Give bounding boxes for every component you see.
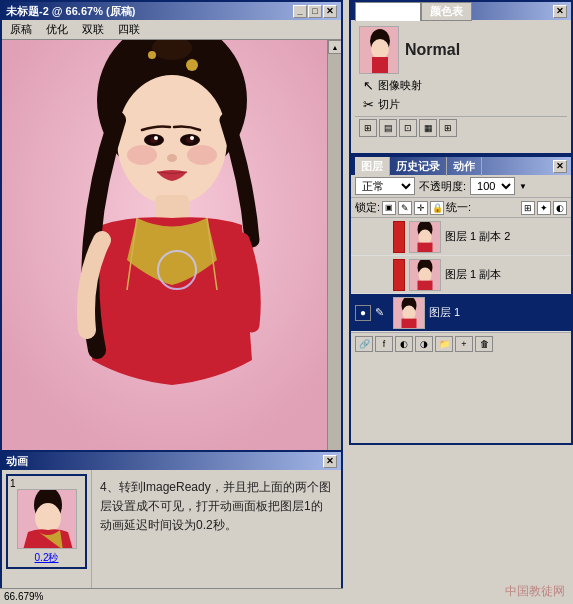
tool-btn-3[interactable]: ⊡ [399,119,417,137]
layer-delete-btn[interactable]: 🗑 [475,336,493,352]
layer-style-btn[interactable]: f [375,336,393,352]
menu-yuangao[interactable]: 原稿 [4,21,38,38]
frame-delay[interactable]: 0.2秒 [35,551,59,565]
lock-position-btn[interactable]: ✛ [414,201,428,215]
thumb-svg-copy2 [410,221,440,253]
anim-frames-area: 1 0.2秒 [2,470,92,602]
svg-point-31 [402,305,415,320]
layer-folder-btn[interactable]: 📁 [435,336,453,352]
layers-titlebar-buttons: ✕ [553,160,567,173]
titlebar-buttons: _ □ ✕ [293,5,337,18]
svg-point-16 [148,51,156,59]
tool-btn-2[interactable]: ▤ [379,119,397,137]
thumb-svg-base [394,297,424,329]
layer-link-btn[interactable]: 🔗 [355,336,373,352]
anim-titlebar-buttons: ✕ [323,455,337,468]
maximize-button[interactable]: □ [308,5,322,18]
web-tool-image-map[interactable]: ↖ 图像映射 [355,76,567,95]
layer-thumb-copy2 [409,221,441,253]
svg-point-14 [187,145,217,165]
lock-all-btn[interactable]: 🔒 [430,201,444,215]
anim-instruction-text: 4、转到ImageReady，并且把上面的两个图层设置成不可见，打开动画面板把图… [92,470,341,602]
anim-title: 动画 [6,454,28,469]
mask-btn[interactable]: ◐ [553,201,567,215]
layer-item-copy1[interactable]: 图层 1 副本 [351,256,571,294]
scroll-up-btn[interactable]: ▲ [328,40,341,54]
blend-mode-select[interactable]: 正常 [355,177,415,195]
layer-item-copy2[interactable]: 图层 1 副本 2 [351,218,571,256]
tool-btn-1[interactable]: ⊞ [359,119,377,137]
canvas-scrollbar-v[interactable]: ▲ ▼ [327,40,341,468]
menu-shuanglian[interactable]: 双联 [76,21,110,38]
svg-point-27 [418,267,431,282]
layers-controls: 正常 不透明度: 100% ▼ [351,175,571,198]
lock-pixels-btn[interactable]: ✎ [398,201,412,215]
anim-frame-1[interactable]: 1 0.2秒 [6,474,87,569]
web-tools-row: ⊞ ▤ ⊡ ▦ ⊞ [355,116,567,139]
main-titlebar: 未标题-2 @ 66.67% (原稿) _ □ ✕ [2,2,341,20]
web-content-panel: Web 内容 颜色表 ✕ Normal ↖ 图像映射 ✂ 切片 [349,0,573,155]
tab-actions[interactable]: 动作 [447,157,482,176]
svg-point-13 [127,145,157,165]
frame-thumb [17,489,77,549]
svg-point-4 [117,75,227,205]
layer-redbox-copy2 [393,221,405,253]
svg-point-35 [35,503,61,533]
tool-btn-5[interactable]: ⊞ [439,119,457,137]
web-tool-slice[interactable]: ✂ 切片 [355,95,567,114]
thumbnail-svg [360,27,399,74]
link-btn[interactable]: ⊞ [521,201,535,215]
layer-new-btn[interactable]: + [455,336,473,352]
tab-history[interactable]: 历史记录 [390,157,447,176]
layers-tabs: 图层 历史记录 动作 [355,157,482,176]
svg-point-15 [186,59,198,71]
layer-thumb-base [393,297,425,329]
layer-redbox-copy1 [393,259,405,291]
svg-point-11 [190,136,194,140]
lock-transparent-btn[interactable]: ▣ [382,201,396,215]
anim-close-btn[interactable]: ✕ [323,455,337,468]
cursor-icon: ↖ [363,78,374,93]
close-button[interactable]: ✕ [323,5,337,18]
layer-name-copy2: 图层 1 副本 2 [445,229,567,244]
frame-number: 1 [10,478,16,489]
normal-label: Normal [405,41,460,59]
tab-web-content[interactable]: Web 内容 [355,2,421,21]
web-panel-buttons: ✕ [553,5,567,18]
web-thumbnail [359,26,399,74]
layers-bottom-toolbar: 🔗 f ◐ ◑ 📁 + 🗑 [351,332,571,354]
svg-point-10 [154,136,158,140]
layers-close-btn[interactable]: ✕ [553,160,567,173]
layer-name-base: 图层 1 [429,305,567,320]
tool-btn-4[interactable]: ▦ [419,119,437,137]
watermark: 中国教徒网 [505,583,565,600]
opacity-dropdown-icon[interactable]: ▼ [519,182,527,191]
menu-youhua[interactable]: 优化 [40,21,74,38]
anim-titlebar: 动画 ✕ [2,452,341,470]
style-btn[interactable]: ✦ [537,201,551,215]
layer-item-base[interactable]: ● ✎ 图层 1 [351,294,571,332]
tool-image-map-label: 图像映射 [378,78,422,93]
frame-thumb-svg [18,490,77,549]
selection-circle [157,250,197,290]
tab-layers[interactable]: 图层 [355,157,390,176]
image-menubar: 原稿 优化 双联 四联 [2,20,341,40]
tab-color-table[interactable]: 颜色表 [421,2,472,21]
status-bar: 66.679% [0,588,343,604]
web-panel-close[interactable]: ✕ [553,5,567,18]
opacity-select[interactable]: 100% [470,177,515,195]
thumb-svg-copy1 [410,259,440,291]
layer-mask-btn[interactable]: ◐ [395,336,413,352]
web-content-normal-item: Normal [355,24,567,76]
layer-adjust-btn[interactable]: ◑ [415,336,433,352]
main-photoshop-window: 未标题-2 @ 66.67% (原稿) _ □ ✕ 原稿 优化 双联 四联 [0,0,343,470]
scroll-thumb-v[interactable] [328,54,341,454]
layer-name-copy1: 图层 1 副本 [445,267,567,282]
layer-visibility-base[interactable]: ● [355,305,371,321]
menu-siliang[interactable]: 四联 [112,21,146,38]
layers-titlebar: 图层 历史记录 动作 ✕ [351,157,571,175]
opacity-label: 不透明度: [419,179,466,194]
slice-icon: ✂ [363,97,374,112]
minimize-button[interactable]: _ [293,5,307,18]
image-canvas: ▲ ▼ ◀ ▶ [2,40,341,468]
